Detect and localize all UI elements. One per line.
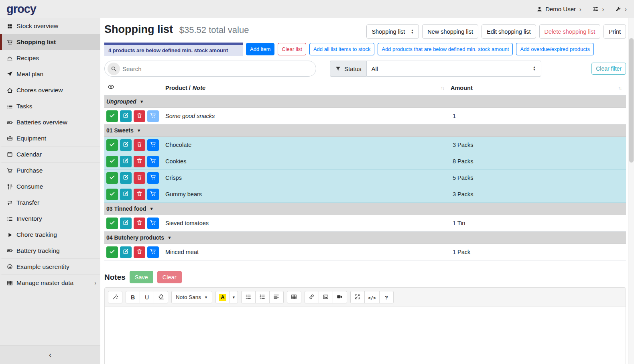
scrollbar-thumb[interactable]	[629, 38, 634, 163]
product-name: Crisps	[165, 175, 451, 181]
sidebar-item-transfer[interactable]: Transfer	[0, 195, 100, 211]
app-logo[interactable]: grocy	[6, 2, 36, 16]
clear-filter-button[interactable]: Clear filter	[591, 63, 626, 75]
eraser-button[interactable]	[154, 291, 168, 303]
text-color-button[interactable]: A	[215, 291, 230, 303]
mark-done-button[interactable]	[106, 139, 118, 151]
add-to-stock-button[interactable]	[147, 246, 159, 258]
sort-icon[interactable]: ↑↓	[441, 85, 445, 90]
fullscreen-button[interactable]	[350, 291, 365, 303]
ordered-list-icon	[259, 294, 265, 301]
delete-item-button[interactable]	[134, 139, 145, 151]
help-button[interactable]: ?	[379, 291, 394, 303]
mark-done-button[interactable]	[106, 218, 118, 229]
sidebar-item-stock-overview[interactable]: Stock overview	[0, 18, 100, 34]
edit-item-button[interactable]	[120, 246, 132, 258]
group-header-row[interactable]: 04 Butchery products▼	[104, 232, 626, 244]
add-item-button[interactable]: Add item	[246, 43, 274, 55]
save-notes-button[interactable]: Save	[130, 271, 153, 283]
picture-button[interactable]	[319, 291, 333, 303]
sidebar-item-consume[interactable]: Consume	[0, 179, 100, 195]
paragraph-button[interactable]	[269, 291, 284, 303]
text-color-caret-button[interactable]: ▼	[230, 291, 238, 303]
add-to-stock-button[interactable]	[147, 218, 159, 229]
status-filter-select[interactable]: All ▲▼	[366, 61, 541, 77]
delete-item-button[interactable]	[134, 246, 145, 258]
sidebar-item-batteries-overview[interactable]: Batteries overview	[0, 114, 100, 130]
edit-shopping-list-button[interactable]: Edit shopping list	[482, 24, 536, 39]
edit-item-button[interactable]	[120, 110, 132, 122]
group-header-row[interactable]: 03 Tinned food▼	[104, 203, 626, 215]
sidebar-item-chore-tracking[interactable]: Chore tracking	[0, 227, 100, 243]
min-stock-alert[interactable]: 4 products are below defined min. stock …	[104, 43, 243, 56]
mark-done-button[interactable]	[106, 189, 118, 200]
add-to-stock-button[interactable]	[147, 189, 159, 200]
underline-button[interactable]: U	[140, 291, 154, 303]
magic-icon	[112, 294, 118, 301]
add-to-stock-button[interactable]	[147, 110, 159, 122]
print-button[interactable]: Print	[604, 24, 626, 39]
video-button[interactable]	[333, 291, 347, 303]
delete-item-button[interactable]	[134, 189, 145, 200]
sidebar-collapse-button[interactable]: ‹	[0, 345, 100, 364]
unordered-list-button[interactable]	[241, 291, 256, 303]
mark-done-button[interactable]	[106, 110, 118, 122]
cart-icon	[150, 112, 156, 120]
amount-value: 5 Packs	[451, 175, 624, 181]
toggle-done-items-button[interactable]	[108, 83, 114, 92]
add-products-that-are-below-defined-min-stock-amount-button[interactable]: Add products that are below defined min.…	[378, 43, 513, 55]
add-to-stock-button[interactable]	[147, 172, 159, 184]
sidebar-item-example-userentity[interactable]: Example userentity	[0, 259, 100, 275]
mark-done-button[interactable]	[106, 246, 118, 258]
add-all-list-items-to-stock-button[interactable]: Add all list items to stock	[309, 43, 374, 55]
edit-item-button[interactable]	[120, 218, 132, 229]
tasks-icon	[7, 104, 16, 110]
group-header-row[interactable]: 01 Sweets▼	[104, 124, 626, 137]
table-button[interactable]	[287, 291, 301, 303]
search-input[interactable]	[122, 65, 316, 72]
sidebar-item-manage-master-data[interactable]: Manage master data›	[0, 275, 100, 291]
link-button[interactable]	[305, 291, 319, 303]
user-menu[interactable]: Demo User ›	[536, 6, 581, 12]
delete-item-button[interactable]	[134, 156, 145, 167]
sidebar-item-chores-overview[interactable]: Chores overview	[0, 82, 100, 98]
edit-item-button[interactable]	[120, 172, 132, 184]
shopping-list-select[interactable]: Shopping list ▲▼	[366, 24, 419, 39]
delete-item-button[interactable]	[134, 110, 145, 122]
edit-item-button[interactable]	[120, 139, 132, 151]
table-header: Product / Note ↑↓ Amount ↑↓	[104, 81, 626, 96]
group-header-row[interactable]: Ungrouped▼	[104, 96, 626, 108]
add-overdue-expired-products-button[interactable]: Add overdue/expired products	[516, 43, 593, 55]
sidebar-item-meal-plan[interactable]: Meal plan	[0, 66, 100, 82]
delete-item-button[interactable]	[134, 172, 145, 184]
sidebar-item-equipment[interactable]: Equipment	[0, 130, 100, 146]
delete-item-button[interactable]	[134, 218, 145, 229]
ordered-list-button[interactable]	[255, 291, 270, 303]
sidebar-item-battery-tracking[interactable]: Battery tracking	[0, 243, 100, 259]
font-family-select[interactable]: Noto Sans▼	[171, 291, 212, 303]
clear-notes-button[interactable]: Clear	[157, 271, 182, 283]
edit-item-button[interactable]	[120, 156, 132, 167]
mark-done-button[interactable]	[106, 156, 118, 167]
settings-menu[interactable]: ›	[593, 6, 604, 12]
add-to-stock-button[interactable]	[147, 156, 159, 167]
sidebar-item-shopping-list[interactable]: Shopping list	[0, 34, 100, 50]
admin-menu[interactable]: ›	[615, 6, 627, 12]
sidebar-item-calendar[interactable]: Calendar	[0, 146, 100, 163]
new-shopping-list-button[interactable]: New shopping list	[422, 24, 478, 39]
sort-icon[interactable]: ↑↓	[618, 85, 622, 90]
editor-content[interactable]	[105, 307, 626, 364]
scrollbar[interactable]	[628, 18, 634, 364]
sidebar-item-tasks[interactable]: Tasks	[0, 98, 100, 114]
bold-button[interactable]: B	[126, 291, 140, 303]
magic-button[interactable]	[108, 291, 122, 303]
sidebar-item-purchase[interactable]: Purchase	[0, 163, 100, 179]
add-to-stock-button[interactable]	[147, 139, 159, 151]
clear-list-button[interactable]: Clear list	[278, 43, 306, 55]
delete-shopping-list-button[interactable]: Delete shopping list	[539, 24, 601, 39]
edit-item-button[interactable]	[120, 189, 132, 200]
sidebar-item-inventory[interactable]: Inventory	[0, 211, 100, 227]
mark-done-button[interactable]	[106, 172, 118, 184]
sidebar-item-recipes[interactable]: Recipes	[0, 50, 100, 66]
codeview-button[interactable]: </>	[364, 291, 380, 303]
